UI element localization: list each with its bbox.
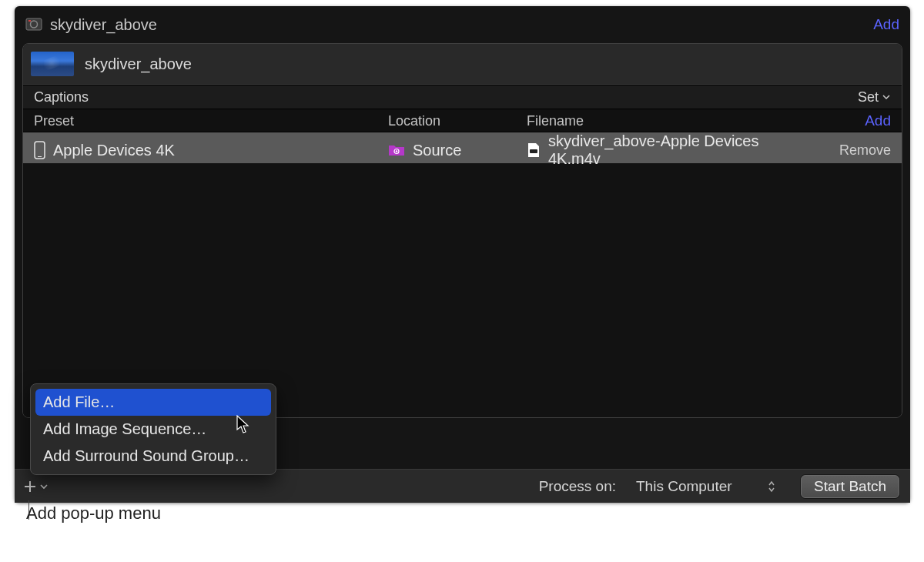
svg-rect-7 [530,149,537,153]
annotation-label: Add pop-up menu [26,503,161,524]
set-label: Set [858,89,879,105]
preset-cell: Apple Devices 4K [34,141,388,159]
menu-item-add-image-sequence[interactable]: Add Image Sequence… [35,416,271,443]
filename-cell: skydiver_above-Apple Devices 4K.m4v [527,132,814,168]
batch-box: skydiver_above Captions Set Preset Locat… [22,43,902,418]
add-popup-menu: Add File… Add Image Sequence… Add Surrou… [30,383,276,475]
titlebar: skydiver_above Add [15,6,910,43]
captions-row: Captions Set [23,85,902,109]
set-captions-button[interactable]: Set [858,89,891,105]
window-title: skydiver_above [50,16,865,34]
output-row[interactable]: Apple Devices 4K Source [23,132,902,163]
menu-item-add-surround-sound-group[interactable]: Add Surround Sound Group… [35,443,271,470]
columns-header: Preset Location Filename Add [23,109,902,132]
process-target-value: This Computer [636,478,732,495]
process-on-label: Process on: [539,478,616,495]
captions-label: Captions [34,89,89,105]
svg-rect-3 [35,142,45,159]
job-name: skydiver_above [85,55,192,73]
process-target-dropdown[interactable]: This Computer [628,476,782,497]
location-name: Source [413,142,461,159]
location-cell: Source [388,142,527,159]
remove-label: Remove [839,142,891,159]
empty-area [23,163,902,417]
batch-window: skydiver_above Add skydiver_above Captio… [15,6,910,503]
app-icon [25,16,42,33]
plus-icon [22,479,38,494]
chevron-down-icon [882,92,891,102]
chevron-down-icon [39,482,49,491]
add-preset-link[interactable]: Add [822,112,891,129]
job-header[interactable]: skydiver_above [23,44,902,85]
start-batch-button[interactable]: Start Batch [801,475,899,498]
menu-item-add-file[interactable]: Add File… [35,389,271,416]
clip-thumbnail [31,52,74,76]
col-location: Location [388,113,527,129]
remove-button[interactable]: Remove [814,142,891,159]
col-filename: Filename [527,113,822,129]
add-popup-button[interactable] [22,479,49,494]
filename-text: skydiver_above-Apple Devices 4K.m4v [548,132,814,168]
stepper-icon [767,480,776,493]
file-icon [527,142,541,158]
preset-name: Apple Devices 4K [53,142,175,159]
svg-point-6 [396,150,397,152]
svg-rect-2 [28,20,31,22]
add-link[interactable]: Add [873,16,899,33]
folder-icon [388,143,405,157]
device-icon [34,141,45,159]
col-preset: Preset [34,113,388,129]
svg-rect-4 [38,156,42,157]
